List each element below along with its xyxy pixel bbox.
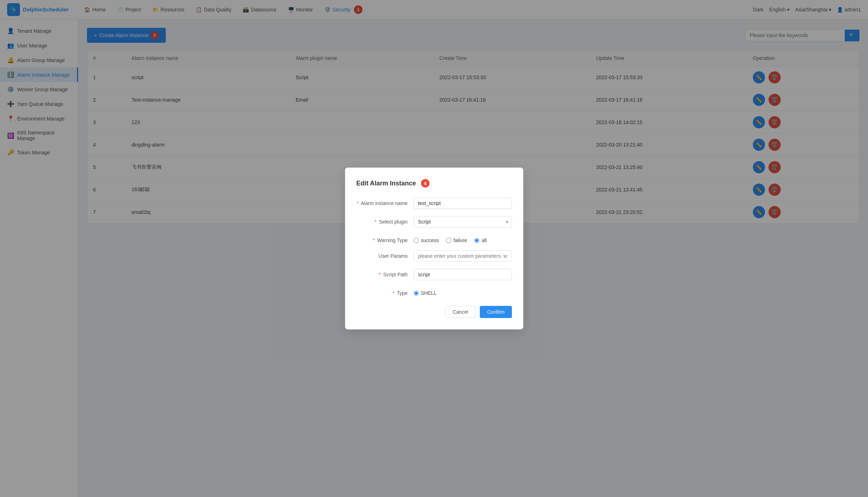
script-path-label: * Script Path [356,269,414,277]
warning-success-radio[interactable] [414,238,419,243]
form-row-warning-type: * Warning Type success failure all [356,235,512,243]
alarm-instance-name-input[interactable] [414,198,512,209]
form-row-type: * Type SHELL [356,287,512,296]
warning-type-success[interactable]: success [414,237,439,243]
warning-type-all[interactable]: all [474,237,487,243]
edit-alarm-modal: Edit Alarm Instance 4 * Alarm instance n… [345,168,523,329]
alarm-name-label: * Alarm instance name [356,198,414,206]
warning-failure-radio[interactable] [446,238,451,243]
select-plugin-label: * Select plugin [356,216,414,225]
modal-footer: Cancel Confirm [356,306,512,318]
user-params-input[interactable] [414,250,512,262]
confirm-button[interactable]: Confirm [480,306,512,318]
form-row-script-path: * Script Path [356,269,512,280]
plugin-select[interactable]: Script Email DingTalk WeChat [414,216,512,227]
type-radio-group: SHELL [414,287,437,296]
type-shell[interactable]: SHELL [414,290,437,296]
modal-overlay[interactable]: Edit Alarm Instance 4 * Alarm instance n… [0,0,868,497]
type-label: * Type [356,287,414,296]
type-shell-radio[interactable] [414,291,419,296]
plugin-select-wrap: Script Email DingTalk WeChat ▾ [414,216,512,227]
script-path-input[interactable] [414,269,512,280]
cancel-button[interactable]: Cancel [445,306,476,318]
form-row-select-plugin: * Select plugin Script Email DingTalk We… [356,216,512,227]
form-row-alarm-name: * Alarm instance name [356,198,512,209]
modal-title: Edit Alarm Instance 4 [356,179,512,188]
modal-badge: 4 [421,179,430,188]
warning-all-radio[interactable] [474,238,479,243]
form-row-user-params: User Params [356,250,512,262]
warning-type-radio-group: success failure all [414,235,487,243]
warning-type-failure[interactable]: failure [446,237,467,243]
user-params-label: User Params [356,250,414,259]
warning-type-label: * Warning Type [356,235,414,243]
